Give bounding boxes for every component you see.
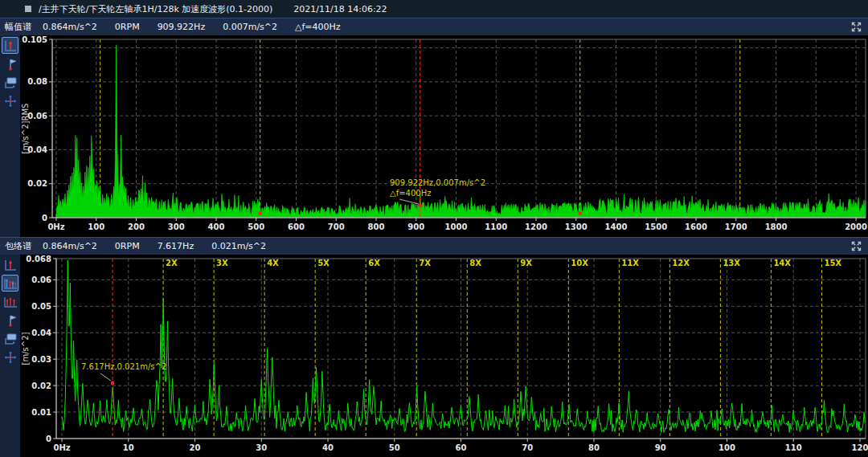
y-tick-label: 0 [46, 435, 51, 443]
env-readouts: 0.864m/s^20RPM7.617Hz0.021m/s^2 [43, 241, 284, 251]
amp-expand-button[interactable] [850, 21, 862, 34]
amp-tool-sidebar [0, 35, 20, 237]
harmonic-label: 3X [216, 259, 228, 267]
flag-marker-tool-button[interactable] [2, 55, 18, 72]
x-tick-label: 900 [407, 222, 424, 231]
readout-value: 0.864m/s^2 [43, 241, 97, 251]
band-area-icon [3, 332, 18, 346]
annotation-leader-line [100, 373, 111, 381]
readout-value: 0RPM [115, 241, 140, 251]
cursor-annotation-delta: △f=400Hz [390, 189, 431, 198]
y-axis-unit-label: [m/s^2] [21, 332, 30, 365]
flag-marker-icon [3, 57, 18, 71]
x-tick-label: 100 [88, 222, 104, 231]
harmonic-label: 6X [368, 259, 380, 267]
x-tick-label: 1600 [685, 222, 707, 231]
x-tick-label: 30 [256, 443, 267, 452]
amplitude-spectrum-chart[interactable]: 909.922Hz,0.007m/s^2△f=400Hz0.1050.080.0… [20, 35, 868, 237]
x-tick-label: 500 [248, 222, 264, 231]
harmonic-label: 15X [824, 259, 841, 267]
readout-value: △f=400Hz [295, 22, 341, 32]
readout-value: 0.864m/s^2 [43, 22, 97, 32]
env-panel-label: 包络谱 [5, 240, 31, 252]
sideband-cursor-tool-button[interactable] [2, 293, 18, 310]
sideband-marker [259, 212, 262, 215]
readout-value: 7.617Hz [158, 241, 194, 251]
x-tick-label: 120 [852, 443, 868, 452]
harmonic-label: 8X [469, 259, 481, 267]
timestamp: 2021/11/18 14:06:22 [293, 4, 387, 14]
x-tick-label: 0Hz [47, 222, 64, 231]
spectrum-trace [62, 260, 865, 432]
single-cursor-icon [3, 39, 18, 53]
x-tick-label: 1200 [525, 222, 547, 231]
x-tick-label: 800 [368, 222, 385, 231]
expand-icon [850, 21, 862, 33]
y-tick-label: 0.02 [27, 179, 47, 188]
x-tick-label: 1100 [485, 222, 507, 231]
x-tick-label: 700 [328, 222, 345, 231]
pan-tool-button[interactable] [2, 92, 18, 109]
cursor-marker[interactable] [419, 204, 422, 207]
flag-marker-tool-button[interactable] [2, 312, 18, 328]
x-tick-label: 1000 [445, 222, 468, 231]
vibration-analysis-app: /主井下天轮/下天轮左轴承1H/128k 加速度波形(0.1-2000) 202… [0, 0, 868, 457]
env-expand-button[interactable] [850, 240, 862, 253]
y-tick-label: 0.105 [22, 35, 47, 44]
single-cursor-tool-button[interactable] [2, 256, 18, 273]
harmonic-label: 7X [419, 259, 431, 267]
title-bar: /主井下天轮/下天轮左轴承1H/128k 加速度波形(0.1-2000) 202… [0, 0, 868, 18]
band-area-tool-button[interactable] [2, 74, 18, 91]
x-tick-label: 110 [785, 443, 802, 452]
harmonic-cursor-tool-button[interactable] [2, 275, 18, 292]
env-toolbar: 包络谱 0.864m/s^20RPM7.617Hz0.021m/s^2 [0, 237, 868, 255]
amp-toolbar: 幅值谱 0.864m/s^20RPM909.922Hz0.007m/s^2△f=… [0, 18, 868, 35]
harmonic-cursor-icon [3, 276, 18, 291]
band-area-icon [3, 75, 18, 90]
readout-value: 0.007m/s^2 [223, 22, 277, 32]
cursor-marker[interactable] [111, 382, 114, 385]
y-tick-label: 0.04 [27, 145, 47, 154]
flag-marker-icon [3, 313, 18, 328]
harmonic-label: 12X [672, 259, 690, 267]
x-tick-label: 80 [588, 443, 600, 452]
x-tick-label: 0Hz [53, 443, 70, 452]
readout-value: 0RPM [115, 22, 140, 32]
harmonic-label: 11X [621, 259, 639, 267]
x-tick-label: 2000 [845, 222, 867, 231]
single-cursor-tool-button[interactable] [2, 37, 18, 54]
harmonic-label: 5X [317, 259, 330, 267]
harmonic-label: 13X [723, 259, 740, 267]
x-tick-label: 1700 [725, 222, 747, 231]
env-tool-sidebar [0, 255, 20, 457]
envelope-spectrum-chart[interactable]: 2X3X4X5X6X7X8X9X10X11X12X13X14X15X7.617H… [20, 255, 868, 457]
harmonic-label: 4X [267, 259, 279, 267]
y-tick-label: 0.06 [27, 112, 47, 120]
x-tick-label: 1500 [645, 222, 667, 231]
y-tick-label: 0.04 [31, 328, 51, 337]
y-tick-label: 0.08 [27, 77, 47, 86]
amp-panel-label: 幅值谱 [5, 21, 31, 33]
single-cursor-icon [3, 258, 18, 272]
pan-tool-button[interactable] [2, 349, 18, 365]
y-axis-unit-label: [m/s^2]RMS [21, 104, 30, 154]
page-title: /主井下天轮/下天轮左轴承1H/128k 加速度波形(0.1-2000) [39, 3, 272, 15]
cursor-annotation: 909.922Hz,0.007m/s^2 [390, 178, 485, 187]
x-tick-label: 1800 [765, 222, 788, 231]
harmonic-label: 14X [773, 259, 791, 267]
y-tick-label: 0.01 [31, 408, 51, 417]
y-tick-label: 0.03 [31, 355, 51, 364]
x-tick-label: 600 [288, 222, 305, 231]
x-tick-label: 90 [655, 443, 666, 452]
x-tick-label: 40 [322, 443, 334, 452]
pan-icon [3, 94, 18, 108]
y-tick-label: 0 [42, 214, 47, 222]
x-tick-label: 60 [456, 443, 467, 452]
sideband-cursor-icon [3, 295, 18, 309]
y-tick-label: 0.02 [31, 382, 51, 390]
plot-border [52, 39, 866, 218]
cursor-annotation: 7.617Hz,0.021m/s^2 [81, 362, 166, 371]
sideband-marker [579, 212, 582, 215]
band-area-tool-button[interactable] [2, 330, 18, 347]
x-tick-label: 1300 [565, 222, 588, 231]
